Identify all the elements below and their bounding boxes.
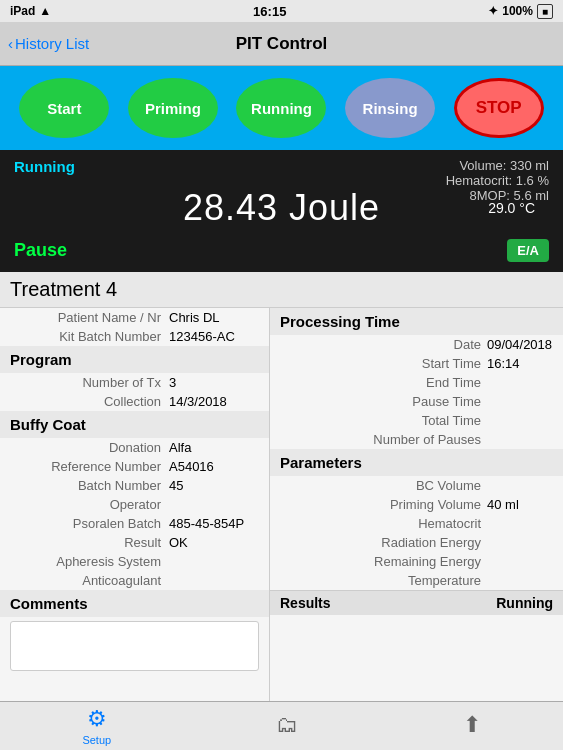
tab-setup-label: Setup — [82, 734, 111, 746]
step-rinsing-button[interactable]: Rinsing — [345, 78, 435, 138]
collection-row: Collection 14/3/2018 — [0, 392, 269, 411]
left-column: Patient Name / Nr Chris DL Kit Batch Num… — [0, 308, 270, 738]
results-row: Results Running — [270, 590, 563, 615]
processing-time-header: Processing Time — [270, 308, 563, 335]
patient-name-label: Patient Name / Nr — [10, 310, 169, 325]
bc-volume-label: BC Volume — [276, 478, 487, 493]
kit-batch-value: 123456-AC — [169, 329, 259, 344]
nav-bar: ‹ History List PIT Control — [0, 22, 563, 66]
running-panel: Running Volume: 330 ml Hematocrit: 1.6 %… — [0, 150, 563, 272]
step-running-button[interactable]: Running — [236, 78, 326, 138]
patient-rows: Patient Name / Nr Chris DL Kit Batch Num… — [0, 308, 269, 346]
donation-value: Alfa — [169, 440, 259, 455]
tab-setup[interactable]: ⚙ Setup — [82, 706, 111, 746]
back-label: History List — [15, 35, 89, 52]
apheresis-system-row: Apheresis System — [0, 552, 269, 571]
end-time-row: End Time — [270, 373, 563, 392]
bc-volume-row: BC Volume — [270, 476, 563, 495]
batch-number-row: Batch Number 45 — [0, 476, 269, 495]
num-pauses-row: Number of Pauses — [270, 430, 563, 449]
anticoagulant-row: Anticoagulant — [0, 571, 269, 590]
ipad-label: iPad — [10, 4, 35, 18]
pause-button[interactable]: Pause — [14, 240, 67, 261]
step-start-button[interactable]: Start — [19, 78, 109, 138]
donation-label: Donation — [10, 440, 169, 455]
apheresis-system-label: Apheresis System — [10, 554, 169, 569]
tab-share[interactable]: ⬆ — [463, 712, 481, 740]
buffy-coat-section-header: Buffy Coat — [0, 411, 269, 438]
temperature-label: Temperature — [276, 573, 487, 588]
joule-display: 28.43 Joule — [183, 187, 380, 229]
nav-title: PIT Control — [236, 34, 328, 54]
bluetooth-icon: ✦ — [488, 4, 498, 18]
comments-section-header: Comments — [0, 590, 269, 617]
battery-icon: ■ — [537, 4, 553, 19]
back-button[interactable]: ‹ History List — [8, 35, 89, 52]
parameters-header: Parameters — [270, 449, 563, 476]
psoralen-batch-row: Psoralen Batch 485-45-854P — [0, 514, 269, 533]
results-value: Running — [496, 595, 553, 611]
treatment-title: Treatment 4 — [10, 278, 553, 301]
step-stop-button[interactable]: STOP — [454, 78, 544, 138]
tab-bar: ⚙ Setup 🗂 ⬆ — [0, 701, 563, 750]
back-chevron-icon: ‹ — [8, 35, 13, 52]
start-time-label: Start Time — [276, 356, 487, 371]
batch-number-label: Batch Number — [10, 478, 169, 493]
pause-time-row: Pause Time — [270, 392, 563, 411]
share-icon: ⬆ — [463, 712, 481, 738]
collection-value: 14/3/2018 — [169, 394, 259, 409]
num-pauses-label: Number of Pauses — [276, 432, 487, 447]
reference-number-value: A54016 — [169, 459, 259, 474]
temperature-row: Temperature — [270, 571, 563, 590]
date-row: Date 09/04/2018 — [270, 335, 563, 354]
results-label: Results — [280, 595, 331, 611]
priming-volume-row: Priming Volume 40 ml — [270, 495, 563, 514]
result-row: Result OK — [0, 533, 269, 552]
hematocrit-param-label: Hematocrit — [276, 516, 487, 531]
status-time: 16:15 — [253, 4, 286, 19]
operator-row: Operator — [0, 495, 269, 514]
status-left: iPad ▲ — [10, 4, 51, 18]
donation-row: Donation Alfa — [0, 438, 269, 457]
batch-number-value: 45 — [169, 478, 259, 493]
hematocrit-param-row: Hematocrit — [270, 514, 563, 533]
battery-label: 100% — [502, 4, 533, 18]
result-label: Result — [10, 535, 169, 550]
date-label: Date — [276, 337, 487, 352]
radiation-energy-label: Radiation Energy — [276, 535, 487, 550]
priming-volume-label: Priming Volume — [276, 497, 487, 512]
psoralen-batch-value: 485-45-854P — [169, 516, 259, 531]
folder-icon: 🗂 — [276, 712, 298, 738]
priming-volume-value: 40 ml — [487, 497, 557, 512]
volume-label: Volume: 330 ml — [446, 158, 549, 173]
remaining-energy-row: Remaining Energy — [270, 552, 563, 571]
tab-folder[interactable]: 🗂 — [276, 712, 298, 740]
status-bar: iPad ▲ 16:15 ✦ 100% ■ — [0, 0, 563, 22]
operator-label: Operator — [10, 497, 169, 512]
ea-indicator: E/A — [507, 239, 549, 262]
num-tx-row: Number of Tx 3 — [0, 373, 269, 392]
running-bottom: Pause E/A — [14, 239, 549, 262]
start-time-value: 16:14 — [487, 356, 557, 371]
temp-display: 29.0 °C — [488, 200, 535, 216]
reference-number-row: Reference Number A54016 — [0, 457, 269, 476]
comments-box[interactable] — [10, 621, 259, 671]
main-content: Patient Name / Nr Chris DL Kit Batch Num… — [0, 308, 563, 738]
psoralen-batch-label: Psoralen Batch — [10, 516, 169, 531]
end-time-label: End Time — [276, 375, 487, 390]
patient-name-row: Patient Name / Nr Chris DL — [0, 308, 269, 327]
step-priming-button[interactable]: Priming — [128, 78, 218, 138]
start-time-row: Start Time 16:14 — [270, 354, 563, 373]
num-tx-label: Number of Tx — [10, 375, 169, 390]
collection-label: Collection — [10, 394, 169, 409]
num-tx-value: 3 — [169, 375, 259, 390]
total-time-row: Total Time — [270, 411, 563, 430]
right-column: Processing Time Date 09/04/2018 Start Ti… — [270, 308, 563, 738]
radiation-energy-row: Radiation Energy — [270, 533, 563, 552]
patient-name-value: Chris DL — [169, 310, 259, 325]
result-value: OK — [169, 535, 259, 550]
date-value: 09/04/2018 — [487, 337, 557, 352]
kit-batch-row: Kit Batch Number 123456-AC — [0, 327, 269, 346]
status-right: ✦ 100% ■ — [488, 4, 553, 19]
remaining-energy-label: Remaining Energy — [276, 554, 487, 569]
